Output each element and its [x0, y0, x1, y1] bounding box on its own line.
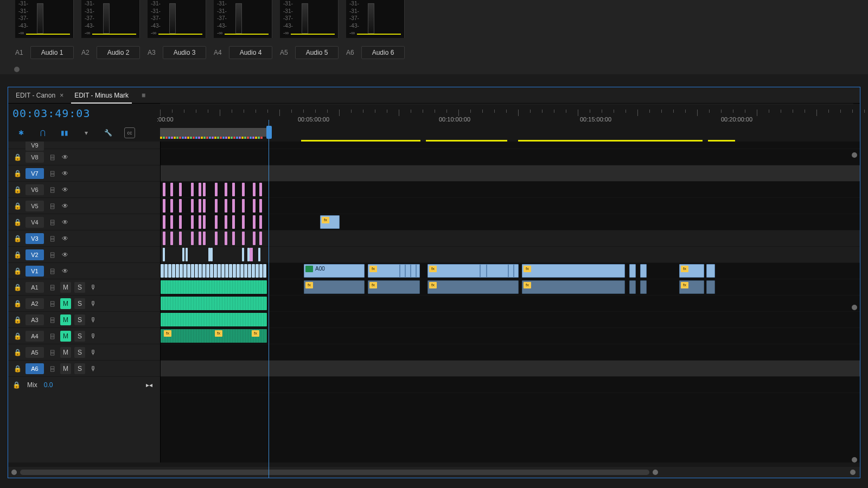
work-area-bar[interactable] [160, 128, 267, 137]
clip[interactable] [225, 199, 227, 213]
zoom-out-knob[interactable] [11, 470, 17, 475]
clip[interactable] [253, 232, 256, 245]
track-target-toggle[interactable]: V9 [25, 142, 44, 151]
meter-name-input[interactable]: Audio 1 [30, 46, 74, 59]
track-target-toggle[interactable]: A6 [25, 363, 44, 374]
clip[interactable] [410, 264, 411, 278]
clip[interactable] [242, 215, 245, 229]
sync-lock-toggle[interactable]: ⌸ [47, 300, 57, 307]
clip[interactable] [199, 199, 201, 213]
meter-name-input[interactable]: Audio 5 [295, 46, 339, 59]
clip[interactable] [248, 264, 251, 278]
track-target-toggle[interactable]: V6 [25, 184, 44, 195]
clip[interactable] [242, 183, 245, 196]
clip[interactable] [259, 264, 263, 278]
clip[interactable] [179, 232, 182, 245]
track-lock-toggle[interactable]: 🔒 [12, 251, 22, 259]
sync-lock-toggle[interactable]: ⌸ [47, 219, 57, 226]
clip[interactable] [706, 264, 715, 278]
track-mute-toggle[interactable]: M [60, 314, 71, 325]
timeline-tab[interactable]: EDIT - Canon [8, 87, 63, 104]
track-visibility-toggle[interactable]: 👁 [60, 186, 70, 194]
track-mute-toggle[interactable]: M [60, 347, 71, 358]
clip[interactable] [203, 232, 206, 245]
clip[interactable] [163, 232, 165, 245]
track-mute-toggle[interactable]: M [60, 282, 71, 293]
track-solo-toggle[interactable]: S [74, 314, 85, 325]
track-target-toggle[interactable]: V2 [25, 249, 44, 260]
track-target-toggle[interactable]: V8 [25, 152, 44, 163]
clip[interactable] [191, 264, 194, 278]
clip[interactable] [259, 232, 262, 245]
clip[interactable] [399, 264, 400, 278]
clip[interactable] [225, 264, 228, 278]
track-target-toggle[interactable]: V5 [25, 201, 44, 211]
clip[interactable] [215, 183, 218, 196]
clip[interactable] [240, 264, 244, 278]
clip[interactable]: fx [368, 264, 420, 278]
track-target-toggle[interactable]: A3 [25, 314, 44, 325]
snap-icon[interactable]: ⋂ [37, 127, 48, 138]
clip[interactable] [252, 264, 255, 278]
clip[interactable] [508, 264, 509, 278]
track-lock-toggle[interactable]: 🔒 [12, 219, 22, 226]
track-lock-toggle[interactable]: 🔒 [12, 300, 22, 307]
clip[interactable]: fx [679, 264, 704, 278]
horizontal-zoom-bar[interactable] [8, 467, 860, 478]
clip[interactable] [203, 215, 206, 229]
track-lock-toggle[interactable]: 🔒 [12, 267, 22, 275]
track-solo-toggle[interactable]: S [74, 298, 85, 309]
clip[interactable] [232, 199, 235, 213]
track-visibility-toggle[interactable]: 👁 [60, 219, 70, 226]
sync-lock-toggle[interactable]: ⌸ [47, 251, 57, 259]
playhead[interactable] [269, 120, 269, 478]
clip[interactable] [486, 264, 487, 278]
sync-lock-toggle[interactable]: ⌸ [47, 153, 57, 161]
sync-lock-toggle[interactable]: ⌸ [47, 186, 57, 194]
meter-name-input[interactable]: Audio 2 [97, 46, 140, 59]
clip[interactable] [225, 183, 227, 196]
clip[interactable] [179, 215, 182, 229]
clip[interactable] [250, 248, 253, 261]
track-lock-toggle[interactable]: 🔒 [12, 284, 22, 291]
track-lock-toggle[interactable]: 🔒 [12, 349, 22, 356]
clip[interactable] [183, 264, 187, 278]
insert-overwrite-icon[interactable]: ✱ [16, 127, 27, 138]
mix-level-value[interactable]: 0.0 [44, 381, 53, 389]
clip[interactable] [199, 183, 201, 196]
track-lock-toggle[interactable]: 🔒 [12, 381, 21, 389]
clip[interactable] [163, 248, 165, 261]
track-mute-toggle[interactable]: M [60, 331, 71, 342]
sync-lock-toggle[interactable]: ⌸ [47, 267, 57, 275]
clip[interactable] [237, 264, 240, 278]
clip[interactable] [163, 199, 165, 213]
sync-lock-toggle[interactable]: ⌸ [47, 202, 57, 210]
track-solo-toggle[interactable]: S [74, 363, 85, 374]
track-target-toggle[interactable]: V4 [25, 217, 44, 228]
track-lock-toggle[interactable]: 🔒 [12, 235, 22, 242]
clip[interactable] [202, 264, 206, 278]
track-visibility-toggle[interactable]: 👁 [60, 202, 70, 210]
clip[interactable] [170, 215, 173, 229]
track-target-toggle[interactable]: V7 [25, 168, 44, 179]
clip[interactable] [210, 248, 213, 261]
vertical-zoom-knob[interactable] [852, 152, 857, 158]
clip[interactable]: fx [522, 264, 625, 278]
sync-lock-toggle[interactable]: ⌸ [47, 349, 57, 356]
track-solo-toggle[interactable]: S [74, 347, 85, 358]
clip[interactable] [221, 264, 225, 278]
clip[interactable] [229, 264, 232, 278]
sync-lock-toggle[interactable]: ⌸ [47, 365, 57, 373]
track-target-toggle[interactable]: A5 [25, 347, 44, 358]
clip[interactable] [416, 264, 417, 278]
clip[interactable] [242, 248, 244, 261]
clip[interactable] [242, 199, 245, 213]
clip[interactable] [176, 264, 179, 278]
sync-lock-toggle[interactable]: ⌸ [47, 170, 57, 177]
sync-lock-toggle[interactable]: ⌸ [47, 235, 57, 242]
clip[interactable] [199, 232, 201, 245]
voiceover-record-toggle[interactable]: 🎙 [88, 316, 98, 324]
track-solo-toggle[interactable]: S [74, 282, 85, 293]
track-visibility-toggle[interactable]: 👁 [60, 170, 70, 177]
zoom-in-knob[interactable] [653, 470, 658, 475]
